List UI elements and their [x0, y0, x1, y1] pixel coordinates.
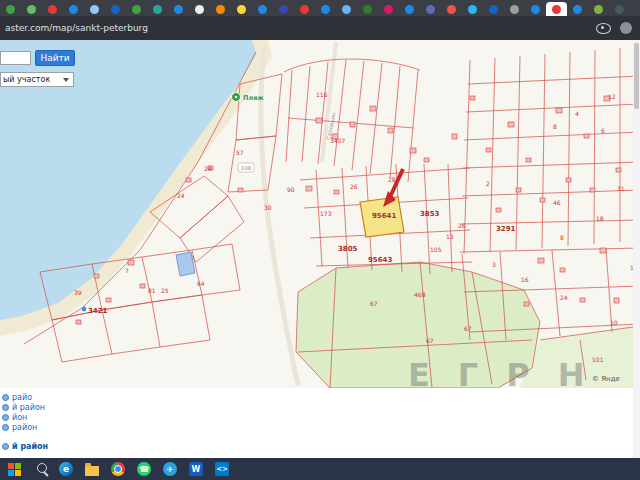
parcel-number-label: 3421	[88, 307, 108, 315]
tab-favicon	[573, 5, 582, 14]
profile-avatar[interactable]	[620, 22, 632, 34]
browser-tab[interactable]	[378, 2, 399, 16]
chevron-down-icon	[63, 78, 69, 82]
browser-tab[interactable]	[420, 2, 441, 16]
browser-tab[interactable]	[399, 2, 420, 16]
browser-tab[interactable]	[168, 2, 189, 16]
district-link[interactable]: райо	[2, 392, 640, 402]
parcel-number-label: 105	[430, 246, 442, 253]
district-link-label: й район	[12, 403, 45, 412]
browser-tab[interactable]	[273, 2, 294, 16]
district-link-label: район	[12, 423, 37, 432]
chrome-icon[interactable]	[110, 461, 126, 477]
map-attribution: © Янде	[592, 375, 620, 383]
tab-favicon	[237, 5, 246, 14]
browser-tab[interactable]	[483, 2, 504, 16]
parcel-number-label: 95641	[372, 212, 396, 220]
tracking-eye-icon[interactable]	[596, 23, 611, 34]
browser-tab[interactable]	[357, 2, 378, 16]
tab-favicon	[111, 5, 120, 14]
parcel-number-label: 81	[148, 287, 156, 294]
parcel-number-label: 10	[610, 319, 618, 326]
browser-tab[interactable]	[63, 2, 84, 16]
parcel-number-label: 173	[320, 210, 332, 217]
browser-tab[interactable]	[525, 2, 546, 16]
tab-favicon	[300, 5, 309, 14]
file-explorer-icon[interactable]	[84, 461, 100, 477]
browser-tab[interactable]	[105, 2, 126, 16]
district-link[interactable]: йон	[2, 412, 640, 422]
browser-tab[interactable]	[0, 2, 21, 16]
browser-tab[interactable]	[21, 2, 42, 16]
tab-favicon	[90, 5, 99, 14]
parcel-number-label: 13	[446, 233, 454, 240]
parcel-number-label: 3291	[496, 225, 516, 233]
tab-favicon	[48, 5, 57, 14]
word-icon[interactable]: W	[188, 461, 204, 477]
tab-favicon	[174, 5, 183, 14]
scrollbar-thumb[interactable]	[634, 43, 639, 109]
browser-tab[interactable]	[126, 2, 147, 16]
browser-tab[interactable]	[462, 2, 483, 16]
browser-tab[interactable]	[441, 2, 462, 16]
district-pin-icon	[2, 394, 9, 401]
edge-icon[interactable]: e	[58, 461, 74, 477]
parcel-number-label: 64	[197, 280, 205, 287]
browser-tab[interactable]	[504, 2, 525, 16]
parcel-number-label: 2	[486, 180, 490, 187]
browser-tab[interactable]	[231, 2, 252, 16]
search-icon[interactable]	[32, 461, 48, 477]
parcel-number-label: 30	[264, 204, 272, 211]
vertical-scrollbar[interactable]	[633, 40, 640, 458]
cadastral-map[interactable]: Пляж 108 Соловьин © Янде 116340757242430…	[0, 40, 640, 388]
taskbar: e☎✈W<>	[0, 458, 640, 480]
district-link[interactable]: й район	[2, 402, 640, 412]
parcel-number-label: 95643	[368, 256, 392, 264]
tab-favicon	[279, 5, 288, 14]
parcel-number-label: 67	[464, 325, 472, 332]
browser-tab[interactable]	[315, 2, 336, 16]
find-button[interactable]: Найти	[35, 50, 75, 66]
browser-tab[interactable]	[189, 2, 210, 16]
district-link[interactable]: район	[2, 422, 640, 432]
telegram-icon[interactable]: ✈	[162, 461, 178, 477]
parcel-number-label: 24	[560, 294, 568, 301]
windows-start-icon[interactable]	[6, 461, 22, 477]
browser-tab-active[interactable]	[546, 2, 567, 16]
district-pin-icon	[2, 443, 9, 450]
url-text[interactable]: aster.com/map/sankt-peterburg	[0, 23, 596, 33]
district-link[interactable]: й район	[2, 441, 640, 451]
tab-favicon	[132, 5, 141, 14]
tab-favicon	[363, 5, 372, 14]
map-viewport[interactable]: Пляж 108 Соловьин © Янде 116340757242430…	[0, 40, 640, 388]
whatsapp-icon[interactable]: ☎	[136, 461, 152, 477]
browser-tab[interactable]	[567, 2, 588, 16]
tab-favicon	[426, 5, 435, 14]
route-badge-label: 108	[241, 165, 252, 171]
parcel-number-label: 12	[608, 93, 616, 100]
browser-tab[interactable]	[147, 2, 168, 16]
parcel-number-label: 18	[596, 215, 604, 222]
vscode-icon[interactable]: <>	[214, 461, 230, 477]
parcel-number-label: 24	[177, 192, 185, 199]
district-pin-icon	[2, 414, 9, 421]
tab-favicon	[258, 5, 267, 14]
district-links: райой районйонрайонй район	[0, 388, 640, 451]
search-input[interactable]	[0, 51, 31, 65]
object-type-select[interactable]: ый участок	[0, 72, 74, 87]
browser-tab[interactable]	[294, 2, 315, 16]
browser-tab[interactable]	[588, 2, 609, 16]
parcel-number-label: 67	[426, 337, 434, 344]
beach-marker-icon[interactable]	[232, 93, 241, 102]
browser-tab[interactable]	[609, 2, 630, 16]
parcel-number-label: 3407	[330, 137, 345, 144]
browser-tab[interactable]	[84, 2, 105, 16]
parcel-number-label: 24	[204, 165, 212, 172]
browser-tab[interactable]	[336, 2, 357, 16]
tab-favicon	[489, 5, 498, 14]
tab-favicon	[531, 5, 540, 14]
browser-tab[interactable]	[210, 2, 231, 16]
tab-favicon	[27, 5, 36, 14]
browser-tab[interactable]	[252, 2, 273, 16]
browser-tab[interactable]	[42, 2, 63, 16]
